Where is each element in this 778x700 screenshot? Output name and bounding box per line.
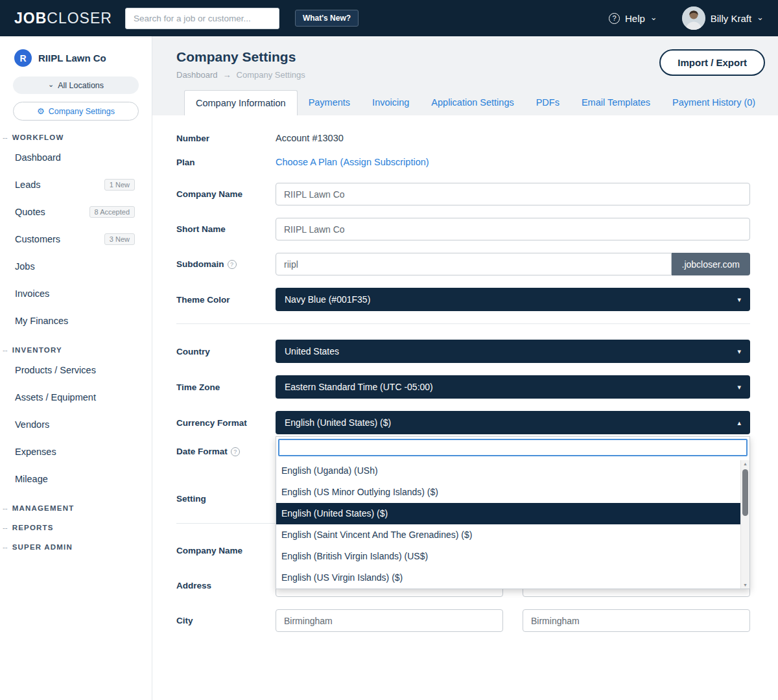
setting-label: Setting xyxy=(176,494,276,504)
nav-header-inventory: -- INVENTORY xyxy=(0,346,152,354)
nav-header-management: -- MANAGEMENT xyxy=(0,504,152,512)
tab-email-templates[interactable]: Email Templates xyxy=(571,90,661,115)
sidebar-item-label: Invoices xyxy=(15,288,49,299)
choose-plan-link[interactable]: Choose A Plan xyxy=(276,157,337,167)
import-export-button[interactable]: Import / Export xyxy=(659,49,765,76)
help-menu[interactable]: ? Help ⌄ xyxy=(609,13,657,24)
chevron-down-icon: ⌄ xyxy=(650,12,657,22)
tab-application-settings[interactable]: Application Settings xyxy=(420,90,525,115)
nav-header-label: REPORTS xyxy=(12,524,54,531)
dropdown-scrollbar[interactable]: ▲ ▼ xyxy=(740,460,749,589)
theme-color-select[interactable]: Navy Blue (#001F35) ▾ xyxy=(276,288,750,311)
timezone-select[interactable]: Eastern Standard Time (UTC -05:00) ▾ xyxy=(276,375,750,399)
jobcloser-logo[interactable]: JOBCLOSER xyxy=(14,10,112,27)
sidebar-item-label: Products / Services xyxy=(15,365,96,375)
account-number: Account #13030 xyxy=(276,133,344,143)
theme-color-row: Theme Color Navy Blue (#001F35) ▾ xyxy=(176,288,750,311)
currency-option[interactable]: English (Saint Vincent And The Grenadine… xyxy=(276,524,740,546)
company-name-input[interactable] xyxy=(276,183,750,205)
whats-new-button[interactable]: What's New? xyxy=(295,10,359,27)
city-label: City xyxy=(176,616,276,625)
sidebar-item-my-finances[interactable]: My Finances xyxy=(0,307,152,334)
sidebar-item-dashboard[interactable]: Dashboard xyxy=(0,144,152,171)
date-format-help-icon[interactable]: ? xyxy=(231,447,240,456)
currency-option[interactable]: English (Uganda) (USh) xyxy=(276,460,740,482)
currency-option-selected[interactable]: English (United States) ($) xyxy=(276,503,740,524)
subdomain-input[interactable] xyxy=(276,253,672,275)
sidebar-item-label: Dashboard xyxy=(15,152,61,163)
scroll-up-icon[interactable]: ▲ xyxy=(741,461,749,466)
sidebar-item-products-services[interactable]: Products / Services xyxy=(0,356,152,384)
sidebar-item-label: Customers xyxy=(15,234,60,244)
subdomain-label-text: Subdomain xyxy=(176,259,224,269)
sidebar-item-expenses[interactable]: Expenses xyxy=(0,438,152,465)
caret-up-icon: ▴ xyxy=(737,419,741,427)
user-menu[interactable]: Billy Kraft ⌄ xyxy=(682,6,764,30)
sidebar-item-leads[interactable]: Leads1 New xyxy=(0,171,152,198)
currency-option[interactable]: English (British Virgin Islands) (US$) xyxy=(276,546,740,567)
timezone-value: Eastern Standard Time (UTC -05:00) xyxy=(285,382,433,392)
caret-down-icon: ▾ xyxy=(737,296,741,304)
currency-option[interactable]: English (US Virgin Islands) ($) xyxy=(276,567,740,589)
company-name-label: Company Name xyxy=(176,189,276,199)
company-name-row: Company Name xyxy=(176,183,750,205)
sidebar-item-assets-equipment[interactable]: Assets / Equipment xyxy=(0,384,152,411)
sidebar: R RIIPL Lawn Co ⌄ All Locations ⚙ Compan… xyxy=(0,36,152,700)
theme-color-value: Navy Blue (#001F35) xyxy=(285,294,370,305)
tab-payments[interactable]: Payments xyxy=(298,90,361,115)
company-settings-label: Company Settings xyxy=(49,107,115,116)
sidebar-item-mileage[interactable]: Mileage xyxy=(0,465,152,493)
assign-subscription-link[interactable]: Assign Subscription xyxy=(343,157,425,167)
currency-dropdown-search-input[interactable] xyxy=(278,439,748,456)
currency-format-select[interactable]: English (United States) ($) ▴ xyxy=(276,411,750,434)
tab-payment-history[interactable]: Payment History (0) xyxy=(661,90,766,115)
date-format-label: Date Format ? xyxy=(176,447,276,456)
all-locations-dropdown[interactable]: ⌄ All Locations xyxy=(13,76,139,94)
nav-header-label: SUPER ADMIN xyxy=(12,543,73,551)
main-content: Company Settings Dashboard → Company Set… xyxy=(152,36,778,700)
leads-badge: 1 New xyxy=(104,179,135,191)
tab-company-information[interactable]: Company Information xyxy=(184,90,298,115)
section-dash-icon: -- xyxy=(3,543,8,551)
timezone-row: Time Zone Eastern Standard Time (UTC -05… xyxy=(176,375,750,399)
company-settings-button[interactable]: ⚙ Company Settings xyxy=(13,102,139,121)
help-label: Help xyxy=(625,13,645,24)
country-select[interactable]: United States ▾ xyxy=(276,340,750,363)
sidebar-item-vendors[interactable]: Vendors xyxy=(0,411,152,438)
sidebar-item-label: Assets / Equipment xyxy=(15,392,96,402)
sidebar-item-quotes[interactable]: Quotes8 Accepted xyxy=(0,198,152,226)
subdomain-help-icon[interactable]: ? xyxy=(228,260,237,269)
tab-invoicing[interactable]: Invoicing xyxy=(361,90,420,115)
short-name-label: Short Name xyxy=(176,224,276,234)
nav-header-reports: -- REPORTS xyxy=(0,524,152,531)
tab-pdfs[interactable]: PDFs xyxy=(525,90,571,115)
subdomain-label: Subdomain ? xyxy=(176,259,276,269)
currency-dropdown-options: English (Uganda) (USh) English (US Minor… xyxy=(276,460,749,589)
sidebar-item-invoices[interactable]: Invoices xyxy=(0,280,152,307)
city-primary-input[interactable] xyxy=(276,609,503,632)
sidebar-item-jobs[interactable]: Jobs xyxy=(0,253,152,280)
all-locations-label: All Locations xyxy=(58,81,104,90)
nav-section-super-admin[interactable]: -- SUPER ADMIN xyxy=(0,543,152,551)
nav-header-workflow: -- WORKFLOW xyxy=(0,134,152,141)
number-row: Number Account #13030 xyxy=(176,132,750,144)
currency-option[interactable]: English (US Minor Outlying Islands) ($) xyxy=(276,482,740,503)
city-secondary-input[interactable] xyxy=(523,609,750,632)
scroll-down-icon[interactable]: ▼ xyxy=(741,583,749,587)
sidebar-item-customers[interactable]: Customers3 New xyxy=(0,226,152,253)
breadcrumb-dashboard[interactable]: Dashboard xyxy=(176,70,218,80)
scrollbar-thumb[interactable] xyxy=(742,469,748,516)
short-name-input[interactable] xyxy=(276,218,750,240)
sidebar-item-label: My Finances xyxy=(15,316,68,326)
currency-format-label: Currency Format xyxy=(176,418,276,428)
caret-down-icon: ▾ xyxy=(737,347,741,356)
global-search-input[interactable] xyxy=(125,8,279,29)
sidebar-item-label: Vendors xyxy=(15,419,49,430)
country-label: Country xyxy=(176,347,276,356)
nav-section-management[interactable]: -- MANAGEMENT xyxy=(0,504,152,512)
plan-row: Plan Choose A Plan (Assign Subscription) xyxy=(176,156,750,168)
timezone-label: Time Zone xyxy=(176,382,276,392)
number-label: Number xyxy=(176,134,276,143)
nav-section-workflow: -- WORKFLOW Dashboard Leads1 New Quotes8… xyxy=(0,134,152,334)
nav-section-reports[interactable]: -- REPORTS xyxy=(0,524,152,531)
